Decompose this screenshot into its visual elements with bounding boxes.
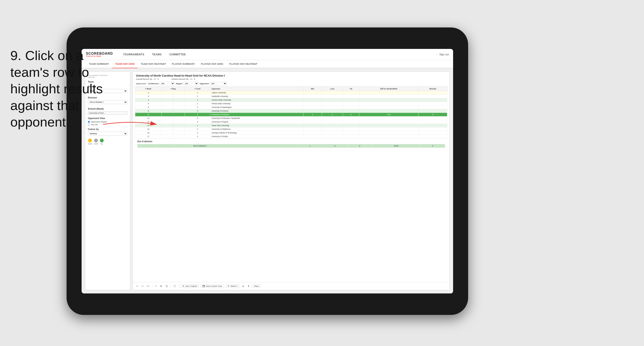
download-btn[interactable]: ⬇ [247, 285, 250, 288]
redo-btn[interactable]: ↪ [141, 285, 144, 288]
sign-out-link[interactable]: Sign out [439, 53, 449, 56]
share-btn[interactable]: Share [252, 285, 261, 288]
watch-btn[interactable]: 👁 Watch ▾ [226, 285, 240, 288]
table-row[interactable]: 8-2University of Washington [135, 105, 447, 109]
toolbar-divider-1 [152, 284, 152, 288]
table-row[interactable]: 15-2University of Oklahoma [135, 127, 447, 131]
out-of-division-section: Out of division NCAA Division II10026.00… [135, 138, 447, 149]
table-row[interactable]: 16-4Georgia Institute of Technology [135, 131, 447, 135]
col-conf: # Conf [185, 87, 210, 91]
save-custom-btn[interactable]: 💾 Save Custom View [200, 285, 224, 288]
legend-up-dot [100, 139, 104, 142]
watch-icon: 👁 [228, 285, 230, 287]
main-content: Last Updated: 27/03/2024 16:55:38 Team G… [82, 68, 453, 294]
view-original-label: View: Original [185, 285, 197, 287]
table-row[interactable]: 13-3University of Virginia [135, 120, 447, 124]
overall-record: Overall Record: 89 - 17 - 0 [136, 78, 159, 80]
h2h-table: # Rank # Reg # Conf Opponent Win Loss Ti… [135, 87, 447, 138]
table-row[interactable]: 3-2Vanderbilt University [135, 95, 447, 98]
col-tie: Tie [343, 87, 359, 91]
undo-btn[interactable]: ↩ [136, 285, 139, 288]
out-of-division-title: Out of division [137, 140, 445, 143]
clock-btn[interactable]: 🕐 [172, 285, 177, 288]
toolbar-divider-2 [170, 284, 171, 288]
grid-table-wrap: # Rank # Reg # Conf Opponent Win Loss Ti… [133, 87, 450, 282]
table-row[interactable]: 11-5University of Alabama3002.618 [135, 113, 447, 116]
back-btn[interactable]: ⟵ [146, 285, 150, 288]
conference-filter-select[interactable]: (All) [160, 82, 174, 85]
tab-player-h2h-heatmap[interactable]: PLAYER H2H HEATMAP [226, 60, 260, 68]
col-loss: Loss [322, 87, 343, 91]
grid-filters: Opponents: Conference (All) Region (All) [136, 82, 446, 85]
table-row[interactable]: 4-1Arizona State University [135, 98, 447, 102]
paste-btn[interactable]: 📋 [164, 285, 169, 288]
col-rounds: Rounds [418, 87, 447, 91]
opponent-filter-group: Opponent (All) [200, 82, 227, 85]
nav-tournaments[interactable]: TOURNAMENTS [120, 49, 148, 60]
legend-up: Up [100, 139, 104, 145]
table-row[interactable]: 17-3University of Florida [135, 135, 447, 138]
copy-btn[interactable]: ⊞ [159, 285, 163, 288]
nav-committee[interactable]: COMMITTEE [166, 49, 190, 60]
share-label: Share [254, 285, 259, 287]
tab-player-h2h-grid[interactable]: PLAYER H2H GRID [198, 60, 226, 68]
table-row[interactable]: 14-1Texas Tech University [135, 124, 447, 127]
region-filter-group: Region (All) [176, 82, 198, 85]
conference-filter-group: Conference (All) [148, 82, 175, 85]
save-icon: 💾 [202, 285, 205, 287]
ood-table-row[interactable]: NCAA Division II10026.003 [138, 144, 445, 148]
grid-header: University of North Carolina Head-to-Hea… [133, 72, 450, 87]
view-icon: 👁 [182, 285, 184, 287]
ood-table: NCAA Division II10026.003 [137, 144, 445, 148]
bottom-toolbar: ↩ ↪ ⟵ ✂ ⊞ 📋 🕐 👁 View: Original 💾 [133, 282, 450, 290]
filter-opponents-label: Opponents: [136, 83, 147, 85]
save-custom-label: Save Custom View [206, 285, 222, 287]
opponent-filter-label: Opponent [200, 83, 209, 85]
nav-sign-out-area: | Sign out [436, 53, 449, 56]
tab-player-summary[interactable]: PLAYER SUMMARY [169, 60, 198, 68]
print-btn[interactable]: 🖨 [241, 285, 245, 288]
tablet-device: SCOREBOARD Powered by clippd TOURNAMENTS… [66, 27, 468, 315]
toolbar-divider-3 [178, 284, 179, 288]
table-row[interactable]: 12-6University of Arkansas, Fayetteville [135, 116, 447, 120]
col-opponent: Opponent [210, 87, 304, 91]
region-filter-select[interactable]: (All) [184, 82, 198, 85]
region-filter-label: Region [176, 83, 182, 85]
legend-down-dot [88, 139, 92, 142]
grid-content: University of North Carolina Head-to-Hea… [133, 72, 450, 290]
scissors-btn[interactable]: ✂ [154, 285, 158, 288]
table-header-row: # Rank # Reg # Conf Opponent Win Loss Ti… [135, 87, 447, 91]
nav-items: TOURNAMENTS TEAMS COMMITTEE [120, 49, 436, 60]
tab-team-h2h-heatmap[interactable]: TEAM H2H HEATMAP [138, 60, 169, 68]
table-row[interactable]: 2-1Auburn University [135, 91, 447, 95]
opponent-filter-select[interactable]: (All) [210, 82, 227, 85]
grid-title: University of North Carolina Head-to-Hea… [136, 74, 446, 77]
grid-records: Overall Record: 89 - 17 - 0 Division Rec… [136, 78, 446, 80]
col-win: Win [304, 87, 322, 91]
legend-down: Down [88, 139, 92, 145]
view-original-btn[interactable]: 👁 View: Original [180, 285, 199, 288]
col-diff: Diff Av Strokes/Rnd [359, 87, 418, 91]
watch-label: Watch ▾ [230, 285, 238, 287]
table-row[interactable]: 6-2Florida State University [135, 102, 447, 105]
tablet-screen: SCOREBOARD Powered by clippd TOURNAMENTS… [82, 49, 453, 294]
sub-nav: TEAM SUMMARY TEAM H2H GRID TEAM H2H HEAT… [82, 60, 453, 68]
legend-level-dot [94, 139, 98, 142]
col-reg: # Reg [162, 87, 185, 91]
colour-by-select[interactable]: Win/loss [88, 132, 127, 136]
col-rank: # Rank [135, 87, 162, 91]
division-record: Division Record: 88 - 17 - 0 [172, 78, 195, 80]
table-row[interactable]: 9-3University of Arizona [135, 109, 447, 113]
legend-level: Level [94, 139, 98, 145]
legend-row: Down Level Up [88, 139, 127, 145]
conference-filter-label: Conference [148, 83, 159, 85]
top-nav: SCOREBOARD Powered by clippd TOURNAMENTS… [82, 49, 453, 60]
nav-teams[interactable]: TEAMS [148, 49, 166, 60]
instruction-text: 9. Click on a team's row to highlight re… [10, 47, 118, 130]
